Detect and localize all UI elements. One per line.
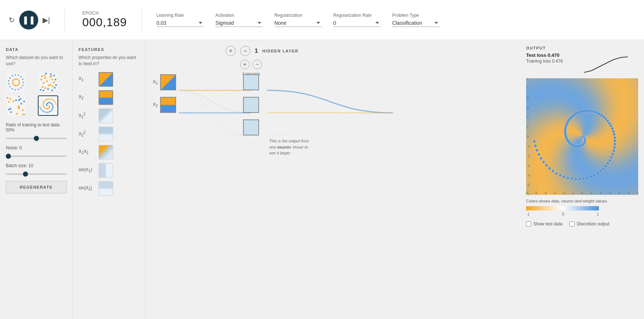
data-panel-subtitle: Which dataset do you want to use? [6, 55, 67, 67]
feature-x1sq-thumb [99, 109, 113, 123]
lr-select[interactable]: 0.03 0.001 0.01 0.1 [156, 19, 204, 27]
features-panel: FEATURES Which properties do you want to… [73, 40, 146, 319]
regenerate-button[interactable]: REGENERATE [6, 181, 67, 193]
dataset-circles[interactable] [6, 72, 26, 92]
discretize-checkbox-item: Discretize output [569, 221, 609, 227]
batch-slider[interactable] [6, 173, 67, 175]
output-checkboxes: Show test data Discretize output [526, 221, 638, 227]
feature-sinx2[interactable]: sin(X2) [79, 181, 139, 196]
reg-select[interactable]: None L1 L2 [274, 19, 322, 27]
gradient-labels: -1 0 1 [526, 212, 599, 216]
loss-row: Test loss 0.470 Training loss 0.476 [526, 52, 638, 75]
noise-slider[interactable] [6, 155, 67, 157]
pause-button[interactable]: ❚❚ [19, 11, 38, 29]
remove-layer-button[interactable]: − [240, 46, 250, 56]
reg-rate-label: Regularization rate [333, 13, 381, 18]
batch-label: Batch size: 10 [6, 163, 67, 168]
input-x1-label: X1 [153, 79, 158, 85]
feature-x1x2-label: X1X2 [79, 149, 95, 155]
activation-group: Activation Sigmoid ReLU Tanh Linear [215, 13, 263, 27]
data-panel: DATA Which dataset do you want to use? R… [0, 40, 73, 319]
feature-x2sq[interactable]: X22 [79, 127, 139, 141]
problem-type-group: Problem type Classification Regression [392, 13, 440, 27]
input-x2-node[interactable] [160, 97, 176, 113]
feature-sinx2-thumb [99, 181, 113, 196]
feature-x1[interactable]: X1 [79, 72, 139, 87]
dataset-scattered2[interactable] [6, 95, 26, 116]
feature-x1sq-label: X12 [79, 112, 95, 119]
feature-x1-label: X1 [79, 76, 95, 82]
show-test-label[interactable]: Show test data [533, 221, 562, 227]
feature-x1x2-thumb [99, 145, 113, 160]
step-button[interactable]: ▶| [43, 16, 50, 24]
data-panel-title: DATA [6, 47, 67, 52]
feature-list: X1 X2 X12 X22 X1X2 sin(X1) [79, 72, 139, 196]
feature-x1sq[interactable]: X12 [79, 109, 139, 123]
color-legend: Colors shows data, neuron and weight val… [526, 198, 638, 216]
reset-button[interactable]: ↻ [9, 16, 15, 24]
reg-rate-select[interactable]: 0 0.001 0.01 0.1 [333, 19, 381, 27]
add-layer-button[interactable]: + [226, 46, 236, 56]
batch-slider-section: Batch size: 10 [6, 163, 67, 176]
feature-x2[interactable]: X2 [79, 90, 139, 105]
dataset-canvas-4 [39, 96, 57, 115]
legend-text: Colors shows data, neuron and weight val… [526, 198, 638, 204]
hidden-neurons-col [243, 74, 259, 135]
divider2 [142, 9, 142, 31]
feature-sinx2-label: sin(X2) [79, 185, 95, 191]
show-test-checkbox-item: Show test data [526, 221, 562, 227]
train-loss-value: Training loss 0.476 [526, 59, 563, 64]
hidden-neuron-3[interactable] [243, 119, 259, 135]
network-connections-svg [153, 60, 513, 220]
features-panel-title: FEATURES [79, 47, 139, 52]
epoch-section: Epoch 000,189 [82, 11, 127, 29]
ratio-slider-section: Ratio of training to test data: 50% [6, 122, 67, 140]
loss-values: Test loss 0.470 Training loss 0.476 [526, 52, 563, 64]
layer-count: 1 [255, 48, 258, 54]
activation-select[interactable]: Sigmoid ReLU Tanh Linear [215, 19, 263, 27]
gradient-bar [526, 206, 599, 210]
feature-sinx1-thumb [99, 163, 113, 178]
feature-x1-thumb [99, 72, 113, 87]
add-neuron-button[interactable]: + [240, 60, 250, 69]
dataset-spiral[interactable] [38, 95, 58, 116]
epoch-label: Epoch [82, 11, 127, 16]
test-loss-value: Test loss 0.470 [526, 52, 563, 58]
hidden-neuron-1[interactable] [243, 74, 259, 90]
topbar: ↻ ❚❚ ▶| Epoch 000,189 Learning rate 0.03… [0, 0, 644, 40]
input-nodes-col: X1 X2 [153, 74, 176, 113]
problem-type-label: Problem type [392, 13, 440, 18]
hidden-neuron-2[interactable] [243, 97, 259, 113]
dataset-canvas-3 [7, 96, 25, 115]
remove-neuron-button[interactable]: − [253, 60, 262, 69]
discretize-checkbox[interactable] [569, 221, 575, 227]
ratio-slider[interactable] [6, 138, 67, 139]
divider [64, 9, 65, 31]
loss-chart [574, 52, 638, 75]
problem-type-select[interactable]: Classification Regression [392, 19, 440, 27]
dataset-scattered[interactable] [38, 72, 58, 92]
reg-label: Regularization [274, 13, 322, 18]
output-title: OUTPUT [526, 46, 638, 50]
feature-x2-thumb [99, 90, 113, 105]
feature-x1x2[interactable]: X1X2 [79, 145, 139, 160]
feature-sinx1[interactable]: sin(X1) [79, 163, 139, 178]
discretize-label[interactable]: Discretize output [577, 221, 609, 227]
lr-label: Learning rate [156, 13, 204, 18]
loss-chart-svg [574, 52, 638, 74]
show-test-checkbox[interactable] [526, 221, 531, 227]
output-visualization [526, 78, 638, 195]
reg-rate-group: Regularization rate 0 0.001 0.01 0.1 [333, 13, 381, 27]
feature-sinx1-label: sin(X1) [79, 167, 95, 173]
dataset-canvas-1 [7, 73, 25, 92]
output-panel: OUTPUT Test loss 0.470 Training loss 0.4… [520, 40, 644, 319]
control-buttons: ↻ ❚❚ ▶| [9, 11, 50, 29]
output-canvas [526, 78, 638, 195]
noise-slider-section: Noise: 0 [6, 145, 67, 158]
neuron-tooltip: This is the output from one neuron. Hove… [269, 138, 313, 156]
feature-x2-label: X2 [79, 94, 95, 100]
feature-x2sq-thumb [99, 127, 113, 141]
input-x1-node[interactable] [160, 74, 176, 90]
input-x2-label: X2 [153, 102, 158, 108]
network-panel: + − 1 HIDDEN LAYER X1 X2 [146, 40, 520, 319]
